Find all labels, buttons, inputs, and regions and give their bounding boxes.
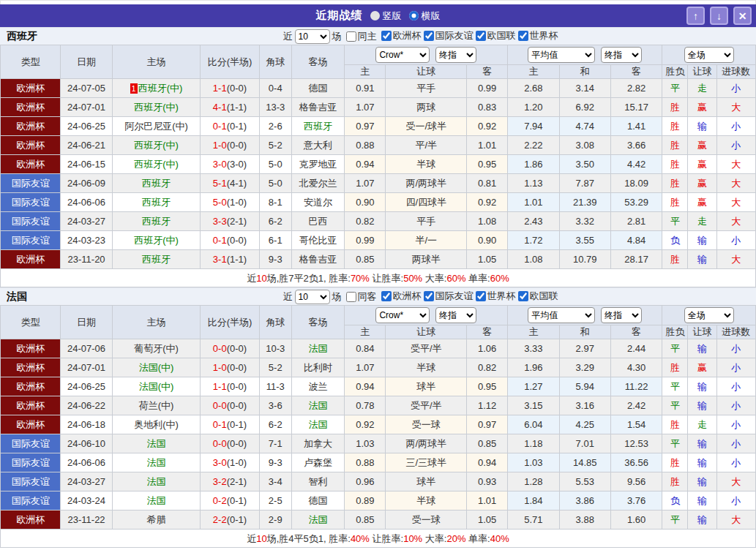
away-team-cell: 比利时 <box>291 358 344 377</box>
games-count-select[interactable]: 10 <box>295 29 330 44</box>
handicap-line: 半球 <box>386 491 467 511</box>
league-filter[interactable]: 国际友谊 <box>422 29 474 42</box>
crow-home-odds: 0.88 <box>345 136 386 155</box>
col-result-goals: 进球数 <box>716 65 755 79</box>
home-team-cell: 阿尔巴尼亚(中) <box>112 117 201 136</box>
titlebar-center: 近期战绩 竖版 横版 <box>316 9 441 23</box>
result-handicap-cell: 输 <box>688 472 716 491</box>
result-handicap-cell: 赢 <box>688 155 716 174</box>
match-date: 24-06-09 <box>61 174 112 193</box>
league-filter-label: 欧国联 <box>530 290 558 303</box>
crow-home-odds: 0.94 <box>345 155 386 174</box>
result-goals: 大 <box>731 159 741 170</box>
summary-segment: 让胜率: <box>370 533 403 544</box>
league-type-badge: 欧洲杯 <box>1 511 61 530</box>
away-team-cell: 法国 <box>291 396 344 415</box>
bookmaker-select[interactable]: Crow* <box>375 307 430 323</box>
league-checkbox[interactable] <box>424 291 434 301</box>
away-team: 西班牙 <box>304 121 332 132</box>
crow-group-header: Crow* 终指 <box>345 306 508 325</box>
crow-stage-select[interactable]: 终指 <box>435 47 476 63</box>
crow-home-odds: 0.91 <box>345 79 386 98</box>
bookmaker-select[interactable]: Crow* <box>375 47 430 63</box>
layout-vertical-option[interactable]: 竖版 <box>370 10 402 23</box>
match-date: 24-06-18 <box>61 415 112 434</box>
avg-stage-select[interactable]: 终指 <box>601 47 642 63</box>
fulltime-select[interactable]: 全场 <box>684 307 734 323</box>
avg-home-odds: 6.04 <box>508 415 559 434</box>
home-team-cell: 西班牙(中) <box>112 231 201 250</box>
summary-segment: 大率: <box>422 273 446 284</box>
layout-horizontal-option[interactable]: 横版 <box>409 10 441 23</box>
result-handicap: 输 <box>697 476 707 487</box>
halftime-score: (1-1) <box>227 254 247 265</box>
league-checkbox[interactable] <box>518 31 528 41</box>
fulltime-score: 2-2 <box>213 514 227 525</box>
league-filter[interactable]: 欧国联 <box>474 29 516 42</box>
result-handicap: 赢 <box>697 178 707 189</box>
result-goals: 小 <box>731 419 741 430</box>
league-filter[interactable]: 欧洲杯 <box>379 29 422 42</box>
same-side-filter[interactable]: 同主 <box>344 30 377 43</box>
same-side-filter[interactable]: 同客 <box>344 290 377 304</box>
col-crow-home: 主 <box>345 65 386 79</box>
move-up-button[interactable]: ↑ <box>686 7 705 25</box>
home-team: 西班牙(中) <box>134 235 179 246</box>
result-goals: 大 <box>731 514 741 525</box>
fulltime-score: 3-0 <box>213 159 227 170</box>
handicap-line: 三/三球半 <box>386 453 467 472</box>
match-date: 24-06-21 <box>61 136 112 155</box>
col-result-wdl: 胜负 <box>662 65 688 79</box>
fulltime-select[interactable]: 全场 <box>684 47 734 63</box>
result-outcome: 平 <box>670 400 680 411</box>
same-side-checkbox[interactable] <box>346 31 356 42</box>
avg-home-odds: 1.27 <box>508 377 559 396</box>
result-handicap: 输 <box>697 514 707 525</box>
avg-away-odds: 3.66 <box>610 136 662 155</box>
avg-home-odds: 3.33 <box>508 339 559 358</box>
games-count-select[interactable]: 10 <box>295 290 330 304</box>
league-filter[interactable]: 欧洲杯 <box>379 290 422 303</box>
crow-home-odds: 1.07 <box>345 174 386 193</box>
halftime-score: (1-0) <box>227 197 247 208</box>
league-checkbox[interactable] <box>476 31 486 41</box>
league-checkbox[interactable] <box>424 31 434 41</box>
result-goals: 大 <box>731 197 741 208</box>
col-away: 客场 <box>291 45 344 79</box>
crow-stage-select[interactable]: 终指 <box>435 307 476 323</box>
league-filter[interactable]: 世界杯 <box>516 29 558 42</box>
league-filter[interactable]: 世界杯 <box>474 290 516 303</box>
league-checkbox[interactable] <box>381 291 392 301</box>
handicap-line: 平手 <box>386 79 467 98</box>
league-filter[interactable]: 国际友谊 <box>422 290 474 303</box>
league-checkbox[interactable] <box>381 31 392 41</box>
move-down-button[interactable]: ↓ <box>710 7 728 25</box>
result-outcome-cell: 胜 <box>662 358 688 377</box>
home-team-cell: 1西班牙(中) <box>112 79 201 98</box>
crow-home-odds: 0.94 <box>345 377 386 396</box>
result-goals-cell: 小 <box>716 434 755 453</box>
close-button[interactable]: ✕ <box>733 7 752 25</box>
league-checkbox[interactable] <box>476 291 486 301</box>
match-date: 24-06-06 <box>61 193 112 212</box>
average-select[interactable]: 平均值 <box>528 307 595 323</box>
result-goals: 大 <box>731 476 741 487</box>
average-select[interactable]: 平均值 <box>528 47 595 63</box>
result-goals-cell: 小 <box>716 117 755 136</box>
league-checkbox[interactable] <box>518 291 528 301</box>
radio-unchecked-icon[interactable] <box>370 11 380 20</box>
crow-away-odds: 0.97 <box>466 415 507 434</box>
corner-count: 6-1 <box>259 231 291 250</box>
avg-stage-select[interactable]: 终指 <box>601 307 642 323</box>
summary-segment: 10 <box>256 533 266 544</box>
summary-segment: 单率: <box>465 273 490 284</box>
league-type-badge: 欧洲杯 <box>1 79 61 98</box>
score-cell: 1-1(0-0) <box>201 79 259 98</box>
same-side-checkbox[interactable] <box>346 292 356 302</box>
match-row: 欧洲杯24-07-06葡萄牙(中)0-0(0-0)10-3法国0.84受平/半1… <box>1 339 756 358</box>
result-outcome: 胜 <box>670 476 680 487</box>
league-filter[interactable]: 欧国联 <box>516 290 558 303</box>
result-outcome-cell: 平 <box>662 339 688 358</box>
radio-checked-icon[interactable] <box>409 11 419 20</box>
home-team: 奥地利(中) <box>134 419 179 430</box>
